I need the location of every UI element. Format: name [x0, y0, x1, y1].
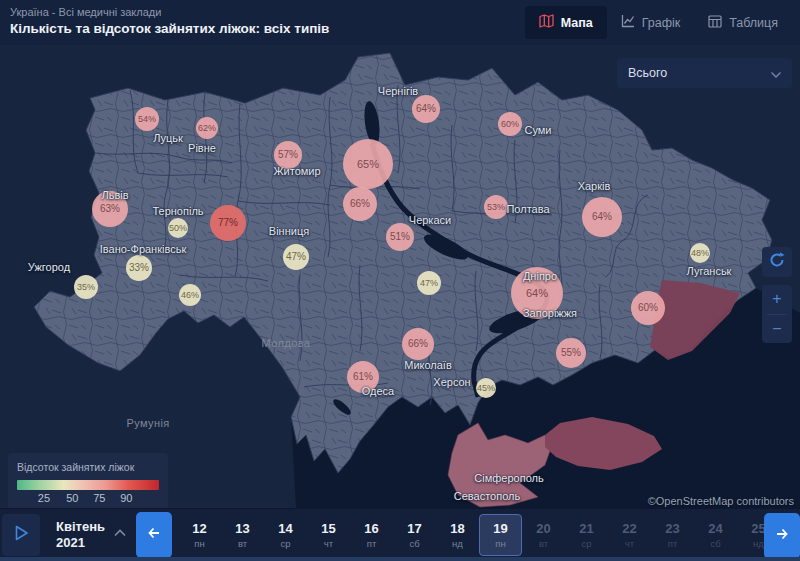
- play-button[interactable]: [2, 514, 40, 556]
- city-circle[interactable]: 51%: [386, 223, 414, 251]
- timeline-bar: Квітень 2021 12пн13вт14ср15чт16пт17сб18н…: [0, 508, 800, 561]
- timeline-day-21[interactable]: 21ср: [565, 514, 608, 556]
- day-number: 20: [536, 521, 550, 536]
- city-label: Севастополь: [454, 490, 520, 502]
- timeline-day-23[interactable]: 23пт: [651, 514, 694, 556]
- timeline-day-13[interactable]: 13вт: [221, 514, 264, 556]
- day-number: 12: [192, 521, 206, 536]
- city-circle[interactable]: 65%: [343, 139, 393, 189]
- city-circle[interactable]: 64%: [582, 197, 622, 237]
- city-circle[interactable]: 66%: [402, 328, 434, 360]
- day-number: 15: [321, 521, 335, 536]
- tab-chart[interactable]: Графік: [607, 6, 695, 39]
- city-circle[interactable]: 60%: [498, 112, 522, 136]
- dashboard: Україна - Всі медичні заклади Кількість …: [0, 0, 800, 561]
- month-selector[interactable]: Квітень 2021: [56, 519, 126, 552]
- timeline-day-22[interactable]: 22чт: [608, 514, 651, 556]
- timeline-day-15[interactable]: 15чт: [307, 514, 350, 556]
- next-day-button[interactable]: [764, 513, 800, 559]
- tab-chart-label: Графік: [642, 16, 681, 30]
- arrow-right-icon: [774, 526, 790, 546]
- arrow-left-icon: [146, 525, 162, 545]
- city-label: Львів: [101, 189, 128, 201]
- day-number: 14: [278, 521, 292, 536]
- day-weekday: ср: [581, 538, 591, 549]
- day-weekday: нд: [452, 538, 463, 549]
- city-circle[interactable]: 77%: [210, 205, 246, 241]
- day-number: 16: [364, 521, 378, 536]
- legend-tick: 90: [120, 492, 132, 504]
- tab-table-label: Таблиця: [729, 16, 778, 30]
- day-weekday: чт: [324, 538, 333, 549]
- city-circle[interactable]: 54%: [135, 107, 159, 131]
- day-number: 22: [622, 521, 636, 536]
- day-number: 19: [493, 521, 507, 536]
- city-circle[interactable]: 66%: [343, 187, 377, 221]
- city-label: Дніпро: [523, 270, 557, 282]
- filter-dropdown[interactable]: Всього: [617, 58, 792, 88]
- day-number: 24: [708, 521, 722, 536]
- city-label: Черкаси: [409, 214, 451, 226]
- city-label: Полтава: [506, 203, 549, 215]
- timeline-day-16[interactable]: 16пт: [350, 514, 393, 556]
- city-circle[interactable]: 35%: [74, 275, 98, 299]
- tab-map-label: Мапа: [561, 16, 593, 30]
- day-weekday: сб: [409, 538, 419, 549]
- refresh-button[interactable]: [762, 247, 792, 277]
- city-circle[interactable]: 47%: [417, 271, 441, 295]
- page-title: Кількість та відсоток зайнятих ліжок: вс…: [10, 21, 329, 36]
- city-circle[interactable]: 33%: [126, 255, 152, 281]
- city-circle[interactable]: 60%: [631, 291, 665, 325]
- day-number: 21: [579, 521, 593, 536]
- city-circle[interactable]: 55%: [556, 338, 586, 368]
- day-strip: 12пн13вт14ср15чт16пт17сб18нд19пн20вт21ср…: [178, 514, 780, 556]
- city-circle[interactable]: 45%: [476, 378, 496, 398]
- legend-ticks: 25 50 75 90: [17, 492, 159, 506]
- country-label: Молдова: [262, 337, 311, 349]
- legend-tick: 50: [66, 492, 78, 504]
- city-label: Івано-Франківськ: [100, 243, 186, 255]
- timeline-day-14[interactable]: 14ср: [264, 514, 307, 556]
- legend-title: Відсоток зайнятих ліжок: [17, 461, 159, 473]
- breadcrumb: Україна - Всі медичні заклади: [10, 6, 329, 18]
- chevron-up-icon: [114, 523, 126, 541]
- city-label: Чернігів: [378, 85, 418, 97]
- timeline-scroll-strip[interactable]: [0, 557, 800, 561]
- city-label: Вінниця: [269, 225, 309, 237]
- city-circle[interactable]: 64%: [412, 95, 440, 123]
- header: Україна - Всі медичні заклади Кількість …: [0, 0, 800, 45]
- timeline-day-24[interactable]: 24сб: [694, 514, 737, 556]
- day-weekday: сб: [710, 538, 720, 549]
- map-base-svg: [0, 45, 800, 508]
- table-icon: [708, 15, 722, 31]
- play-icon: [11, 523, 31, 547]
- city-circle[interactable]: 46%: [179, 284, 201, 306]
- city-label: Луганськ: [687, 265, 732, 277]
- map-canvas[interactable]: 54%Луцьк62%Рівне64%Чернігів60%Суми57%Жит…: [0, 45, 800, 508]
- day-number: 13: [235, 521, 249, 536]
- city-circle[interactable]: 62%: [196, 117, 218, 139]
- timeline-day-19[interactable]: 19пн: [479, 514, 522, 556]
- city-label: Одеса: [362, 385, 394, 397]
- city-label: Сімферополь: [474, 472, 543, 484]
- tab-table[interactable]: Таблиця: [694, 7, 792, 39]
- city-circle[interactable]: 50%: [168, 218, 188, 238]
- city-circle[interactable]: 53%: [484, 195, 508, 219]
- city-circle[interactable]: 47%: [283, 244, 309, 270]
- map-icon: [539, 14, 554, 31]
- timeline-day-20[interactable]: 20вт: [522, 514, 565, 556]
- zoom-out-button[interactable]: −: [762, 315, 792, 344]
- city-label: Харків: [578, 180, 611, 192]
- day-weekday: нд: [753, 538, 764, 549]
- day-number: 17: [407, 521, 421, 536]
- timeline-day-12[interactable]: 12пн: [178, 514, 221, 556]
- city-label: Херсон: [433, 376, 470, 388]
- tab-map[interactable]: Мапа: [525, 6, 607, 39]
- timeline-day-17[interactable]: 17сб: [393, 514, 436, 556]
- city-circle[interactable]: 48%: [690, 243, 710, 263]
- city-label: Суми: [524, 124, 551, 136]
- day-number: 18: [450, 521, 464, 536]
- zoom-in-button[interactable]: +: [762, 285, 792, 314]
- timeline-day-18[interactable]: 18нд: [436, 514, 479, 556]
- prev-day-button[interactable]: [136, 512, 172, 558]
